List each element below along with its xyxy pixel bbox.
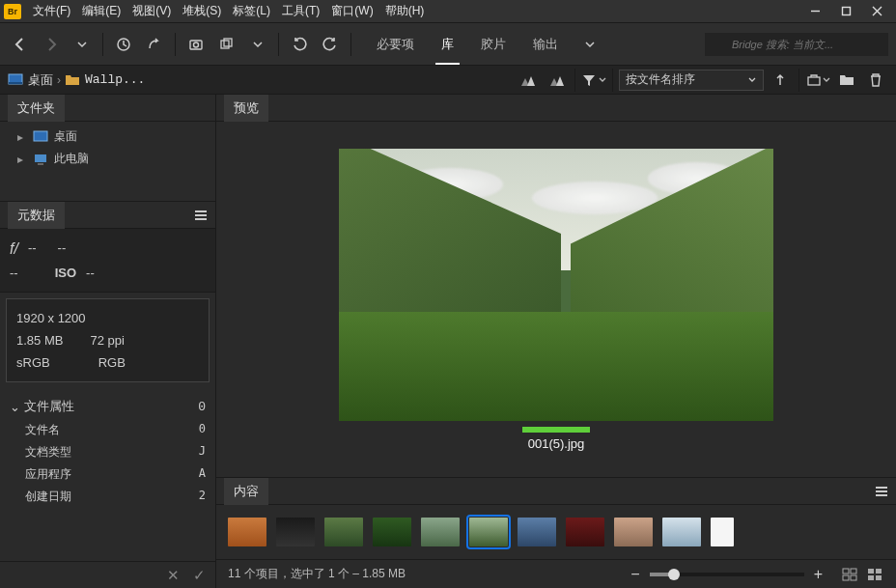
window-close[interactable] xyxy=(861,2,892,21)
svg-rect-19 xyxy=(868,575,874,580)
tab-library[interactable]: 库 xyxy=(428,30,467,59)
fileattrs-title: 文件属性 xyxy=(24,398,74,415)
batch-dropdown-icon[interactable] xyxy=(245,32,270,57)
desktop-icon xyxy=(33,130,48,144)
app-logo: Br xyxy=(4,4,21,19)
thumbnail[interactable] xyxy=(228,518,266,546)
status-bar: 11 个项目，选中了 1 个 – 1.85 MB − + xyxy=(216,559,896,588)
window-maximize[interactable] xyxy=(830,2,861,21)
colorspace2: RGB xyxy=(98,355,126,370)
expand-icon[interactable]: ▸ xyxy=(17,153,27,166)
preview-image[interactable] xyxy=(339,149,773,421)
workspace-more-icon[interactable] xyxy=(577,32,602,57)
filesize: 1.85 MB xyxy=(16,333,63,348)
delete-icon[interactable] xyxy=(863,70,888,91)
workspace-tabs: 必要项 库 胶片 输出 xyxy=(363,30,572,59)
ppi: 72 ppi xyxy=(90,333,124,348)
camera-raw-icon[interactable] xyxy=(183,32,209,57)
tab-output[interactable]: 输出 xyxy=(519,30,572,59)
batch-icon[interactable] xyxy=(214,32,239,57)
status-text: 11 个项目，选中了 1 个 – 1.85 MB xyxy=(228,566,406,582)
fileattr-created: 创建日期2 xyxy=(10,486,206,508)
svg-rect-18 xyxy=(876,569,882,574)
path-folder[interactable]: Wallp... xyxy=(65,72,145,87)
cancel-icon[interactable]: ✕ xyxy=(167,567,180,584)
tab-filmstrip[interactable]: 胶片 xyxy=(467,30,519,59)
nav-back[interactable] xyxy=(8,32,33,57)
content-title[interactable]: 内容 xyxy=(224,478,268,505)
menu-edit[interactable]: 编辑(E) xyxy=(76,1,126,21)
svg-rect-0 xyxy=(842,8,850,15)
tab-essentials[interactable]: 必要项 xyxy=(363,30,428,59)
path-root-label: 桌面 xyxy=(28,71,53,89)
content-header: 内容 xyxy=(216,478,896,505)
metadata-title[interactable]: 元数据 xyxy=(8,202,65,229)
thumbnail[interactable] xyxy=(421,518,460,546)
path-separator: › xyxy=(57,73,61,87)
preview-title[interactable]: 预览 xyxy=(224,95,268,122)
file-attributes: ⌄ 文件属性 0 文件名0 文档类型J 应用程序A 创建日期2 xyxy=(0,388,215,514)
window-minimize[interactable] xyxy=(799,2,830,21)
menu-file[interactable]: 文件(F) xyxy=(27,1,76,21)
view-grid-lock-icon[interactable] xyxy=(865,567,884,582)
tree-item-label: 桌面 xyxy=(54,128,77,145)
shutter-value: -- xyxy=(58,240,67,258)
thumbnail-document[interactable] xyxy=(711,518,734,546)
rotate-ccw[interactable] xyxy=(287,32,312,57)
svg-rect-8 xyxy=(9,82,22,84)
menu-view[interactable]: 视图(V) xyxy=(126,1,177,21)
thumbnail[interactable] xyxy=(373,518,411,546)
thumbnail-selected[interactable] xyxy=(469,518,508,546)
rotate-cw[interactable] xyxy=(318,32,343,57)
search-input[interactable] xyxy=(705,33,888,56)
thumbnail[interactable] xyxy=(324,518,363,546)
view-grid-icon[interactable] xyxy=(840,567,859,582)
filter-rating-icon[interactable] xyxy=(515,70,540,91)
thumbnail[interactable] xyxy=(614,518,653,546)
nav-dropdown-icon[interactable] xyxy=(70,32,95,57)
filter-funnel-icon[interactable] xyxy=(581,70,606,91)
expand-icon[interactable]: ▸ xyxy=(17,130,27,144)
fileattrs-toggle[interactable]: ⌄ 文件属性 0 xyxy=(10,394,206,419)
svg-rect-13 xyxy=(843,569,849,574)
thumbnail[interactable] xyxy=(518,518,556,546)
tree-thispc[interactable]: ▸ 此电脑 xyxy=(0,148,215,170)
menu-label[interactable]: 标签(L) xyxy=(227,1,276,21)
thumbnail[interactable] xyxy=(662,518,701,546)
thumbnail[interactable] xyxy=(566,518,604,546)
tree-desktop[interactable]: ▸ 桌面 xyxy=(0,126,215,148)
titlebar: Br 文件(F) 编辑(E) 视图(V) 堆栈(S) 标签(L) 工具(T) 窗… xyxy=(0,0,896,23)
folders-title[interactable]: 文件夹 xyxy=(8,95,65,122)
filter-rating-alt-icon[interactable] xyxy=(544,70,569,91)
zoom-knob[interactable] xyxy=(668,569,680,580)
boomerang-icon[interactable] xyxy=(142,32,167,57)
svg-point-3 xyxy=(194,42,199,47)
metadata-header: 元数据 xyxy=(0,202,215,229)
apply-icon[interactable]: ✓ xyxy=(193,567,206,584)
panel-menu-icon[interactable] xyxy=(194,210,208,220)
selection-indicator xyxy=(522,427,590,433)
chevron-down-icon xyxy=(747,75,757,85)
recent-history[interactable] xyxy=(111,32,136,57)
sort-dropdown[interactable]: 按文件名排序 xyxy=(619,70,764,91)
zoom-out-icon[interactable]: − xyxy=(630,566,639,583)
pathbar: 桌面 › Wallp... 按文件名排序 xyxy=(0,66,896,95)
main: 文件夹 ▸ 桌面 ▸ 此电脑 元数据 f/ -- xyxy=(0,95,896,588)
zoom-slider[interactable] xyxy=(650,573,804,576)
right-column: 预览 001(5).jpg 内容 xyxy=(216,95,896,588)
new-folder-icon[interactable] xyxy=(834,70,859,91)
menu-tools[interactable]: 工具(T) xyxy=(276,1,325,21)
menu-window[interactable]: 窗口(W) xyxy=(325,1,378,21)
open-recent-icon[interactable] xyxy=(805,70,830,91)
folder-icon xyxy=(65,73,80,87)
iso-label: ISO xyxy=(55,266,76,280)
zoom-in-icon[interactable]: + xyxy=(814,566,823,583)
thumbnail[interactable] xyxy=(276,518,315,546)
folders-header: 文件夹 xyxy=(0,95,215,122)
panel-menu-icon[interactable] xyxy=(875,487,888,496)
svg-rect-16 xyxy=(851,575,856,580)
path-root[interactable]: 桌面 xyxy=(8,71,53,89)
menu-help[interactable]: 帮助(H) xyxy=(379,1,431,21)
sort-ascending-icon[interactable] xyxy=(768,70,793,91)
menu-stack[interactable]: 堆栈(S) xyxy=(177,1,227,21)
